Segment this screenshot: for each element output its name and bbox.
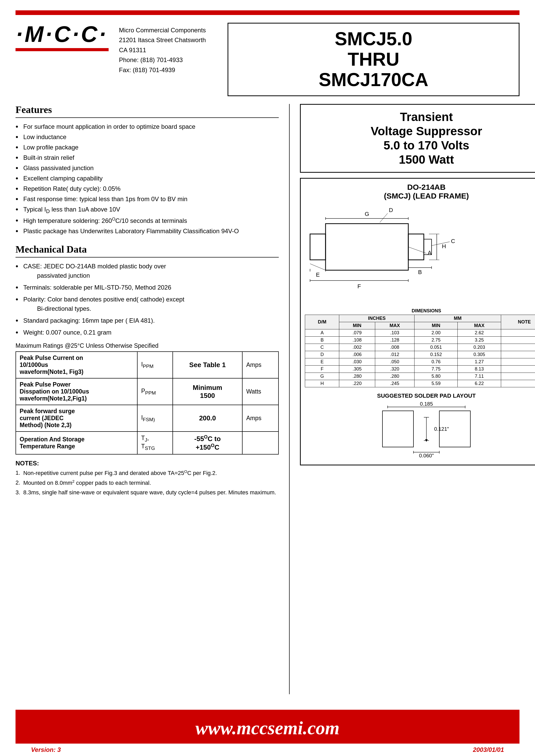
table-row: C .002 .008 0.051 0.203 [305, 344, 535, 351]
solder-section: SUGGESTED SOLDER PAD LAYOUT 0.185 [305, 392, 535, 461]
table-row: E .030 .050 0.76 1.27 [305, 358, 535, 366]
website-bar: www.mccsemi.com [15, 713, 520, 743]
header: ·M·C·C· Micro Commercial Components 2120… [15, 23, 520, 96]
list-item: CASE: JEDEC DO-214AB molded plastic body… [15, 262, 279, 280]
dim-cell: 2.75 [414, 337, 458, 344]
logo-area: ·M·C·C· [15, 23, 109, 51]
svg-text:D: D [389, 207, 393, 213]
package-line2: (SMCJ) (LEAD FRAME) [305, 192, 535, 200]
dim-cell: 5.80 [414, 373, 458, 380]
symbol-cell: IFSM) [137, 405, 173, 432]
list-item: Fast response time: typical less than 1p… [15, 194, 279, 204]
dim-cell: 2.00 [414, 329, 458, 337]
list-item: Repetition Rate( duty cycle): 0.05% [15, 184, 279, 193]
company-info: Micro Commercial Components 21201 Itasca… [119, 25, 217, 75]
list-item: Terminals: solderable per MIL-STD-750, M… [15, 283, 279, 292]
features-title: Features [15, 104, 279, 118]
part-line1: SMCJ5.0 [236, 29, 511, 49]
col-header: INCHES [339, 315, 414, 322]
table-row: F .305 .320 7.75 8.13 [305, 366, 535, 373]
col-header: MIN [414, 322, 458, 329]
svg-line-18 [310, 264, 325, 270]
dim-cell [501, 337, 535, 344]
dim-cell: G [305, 373, 339, 380]
svg-rect-0 [325, 224, 408, 270]
mechanical-list: CASE: JEDEC DO-214AB molded plastic body… [15, 262, 279, 337]
dim-cell: 0.051 [414, 344, 458, 351]
package-diagram: G H D A C [305, 203, 535, 306]
list-item: Built-in strain relief [15, 153, 279, 162]
unit-cell: Watts [242, 378, 278, 405]
list-item: Mounted on 8.0mm2 copper pads to each te… [15, 478, 279, 487]
list-item: Low inductance [15, 132, 279, 142]
dim-cell: 5.59 [414, 380, 458, 387]
dim-cell: 0.305 [458, 351, 501, 358]
dim-cell [501, 373, 535, 380]
footer-area: www.mccsemi.com Version: 3 2003/01/01 [15, 702, 520, 756]
dim-cell: C [305, 344, 339, 351]
list-item: Excellent clamping capability [15, 174, 279, 183]
svg-text:G: G [365, 211, 369, 217]
address1: 21201 Itasca Street Chatsworth [119, 35, 217, 45]
notes-title: NOTES: [15, 460, 279, 467]
dim-cell: .245 [375, 380, 414, 387]
dim-cell: B [305, 337, 339, 344]
dim-cell: .220 [339, 380, 375, 387]
svg-text:H: H [442, 243, 446, 249]
dimensions-label: DIMENSIONS [305, 308, 535, 314]
part-number-title: SMCJ5.0 THRU SMCJ170CA [236, 29, 511, 90]
unit-cell: Amps [242, 405, 278, 432]
list-item: 8.3ms, single half sine-wave or equivale… [15, 488, 279, 497]
dim-cell: 0.76 [414, 358, 458, 366]
table-row: H .220 .245 5.59 6.22 [305, 380, 535, 387]
dim-cell: A [305, 329, 339, 337]
date-text: 2003/01/01 [473, 746, 504, 753]
col-header: MAX [458, 322, 501, 329]
list-item: Polarity: Color band denotes positive en… [15, 295, 279, 313]
dim-cell: 1.27 [458, 358, 501, 366]
svg-text:A: A [428, 249, 432, 256]
dim-cell: .280 [339, 373, 375, 380]
symbol-cell: IPPM [137, 351, 173, 378]
logo-text: ·M·C·C· [16, 23, 108, 45]
version-text: Version: 3 [31, 746, 61, 753]
dim-cell: F [305, 366, 339, 373]
right-column: Transient Voltage Suppressor 5.0 to 170 … [290, 104, 535, 694]
table-row: G .280 .280 5.80 7.11 [305, 373, 535, 380]
table-row: Peak Pulse Current on10/1000uswaveform(N… [16, 351, 278, 378]
table-row: D .006 .012 0.152 0.305 [305, 351, 535, 358]
main-content: Features For surface mount application i… [15, 104, 520, 694]
col-header: MM [414, 315, 501, 322]
dim-cell: 2.62 [458, 329, 501, 337]
part-number-box: SMCJ5.0 THRU SMCJ170CA [228, 23, 520, 96]
transient-line1: Transient [306, 110, 535, 124]
ratings-table: Peak Pulse Current on10/1000uswaveform(N… [15, 351, 279, 454]
mechanical-title: Mechanical Data [15, 243, 279, 258]
list-item: Plastic package has Underwrites Laborato… [15, 227, 279, 236]
table-row: Operation And StorageTemperature Range T… [16, 432, 278, 454]
param-cell: Peak forward surgecurrent (JEDECMethod) … [16, 405, 137, 432]
part-line2: THRU [236, 49, 511, 70]
features-list: For surface mount application in order t… [15, 122, 279, 236]
table-row: Peak forward surgecurrent (JEDECMethod) … [16, 405, 278, 432]
footer-red-bar [15, 710, 520, 713]
unit-cell [242, 432, 278, 454]
dim-cell: E [305, 358, 339, 366]
svg-text:0.185: 0.185 [420, 402, 433, 407]
package-title: DO-214AB (SMCJ) (LEAD FRAME) [305, 183, 535, 200]
version-bar: Version: 3 2003/01/01 [15, 743, 520, 756]
svg-rect-1 [310, 234, 325, 260]
list-item: Non-repetitive current pulse per Fig.3 a… [15, 468, 279, 477]
dim-cell: .305 [339, 366, 375, 373]
diagram-area: G H D A C [305, 203, 535, 308]
dim-cell: 7.11 [458, 373, 501, 380]
value-cell: See Table 1 [173, 351, 242, 378]
dim-cell: 7.75 [414, 366, 458, 373]
dim-cell: .008 [375, 344, 414, 351]
package-box: DO-214AB (SMCJ) (LEAD FRAME) [300, 178, 535, 465]
transient-line2: Voltage Suppressor [306, 124, 535, 138]
dim-cell: .128 [375, 337, 414, 344]
param-cell: Peak Pulse PowerDisspation on 10/1000usw… [16, 378, 137, 405]
col-header: D/M [305, 315, 339, 329]
svg-text:B: B [418, 269, 422, 275]
